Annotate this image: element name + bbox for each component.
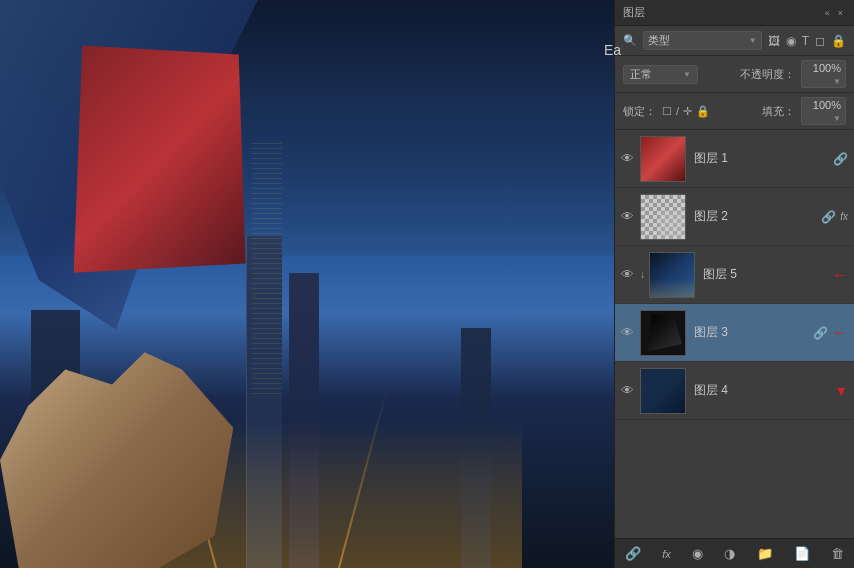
canvas-area[interactable] <box>0 0 614 568</box>
filter-icons: 🖼 ◉ T ◻ 🔒 <box>768 34 846 48</box>
layer-clip-icon: ↓ <box>640 269 645 280</box>
layer-link-icon[interactable]: 🔗 <box>813 326 828 340</box>
layer-fx-badge: fx <box>840 211 848 222</box>
layer-badges: ▼ <box>834 383 848 399</box>
add-mask-button[interactable]: ◉ <box>690 544 705 563</box>
thumb-content <box>644 314 682 352</box>
collapse-button[interactable]: « <box>822 7 833 19</box>
layer-badges: 🔗 fx <box>821 210 848 224</box>
layer-item[interactable]: 👁 图层 2 🔗 fx <box>615 188 854 246</box>
panel-titlebar: 图层 « × <box>615 0 854 26</box>
text-filter-icon[interactable]: T <box>802 34 809 48</box>
layer-thumbnail <box>640 194 686 240</box>
ea-label: Ea <box>604 42 621 58</box>
layer-item-active[interactable]: 👁 图层 3 🔗 ← <box>615 304 854 362</box>
delete-layer-button[interactable]: 🗑 <box>829 544 846 563</box>
blend-mode-label: 正常 <box>630 67 652 82</box>
opacity-chevron-icon: ▼ <box>833 77 841 86</box>
layer-name: 图层 5 <box>703 266 832 283</box>
layer-badges: 🔗 <box>833 152 848 166</box>
window-lights <box>252 142 283 398</box>
fill-chevron-icon: ▼ <box>833 114 841 123</box>
layer-badges: 🔗 ← <box>813 324 848 342</box>
layer-visibility-icon[interactable]: 👁 <box>621 267 634 282</box>
layer-link-icon[interactable]: 🔗 <box>821 210 836 224</box>
layer-name: 图层 2 <box>694 208 821 225</box>
layer-name: 图层 3 <box>694 324 813 341</box>
layer-visibility-icon[interactable]: 👁 <box>621 209 634 224</box>
filter-type-label: 类型 <box>648 33 670 48</box>
fx-button[interactable]: fx <box>660 546 673 562</box>
panel-title-text: 图层 <box>623 5 645 20</box>
lock-move-icon[interactable]: ✛ <box>683 105 692 118</box>
chevron-down-icon: ▼ <box>749 36 757 45</box>
layer-item[interactable]: 👁 图层 1 🔗 <box>615 130 854 188</box>
lock-label: 锁定： <box>623 104 656 119</box>
search-icon: 🔍 <box>623 34 637 47</box>
layer-thumbnail <box>640 368 686 414</box>
app-container: 图层 « × 🔍 类型 ▼ 🖼 ◉ T ◻ 🔒 正常 <box>0 0 854 568</box>
panel-toolbar: 🔗 fx ◉ ◑ 📁 📄 🗑 <box>615 538 854 568</box>
shape-filter-icon[interactable]: ◻ <box>815 34 825 48</box>
layer-name: 图层 4 <box>694 382 834 399</box>
layers-list: 👁 图层 1 🔗 👁 图层 2 🔗 fx <box>615 130 854 538</box>
lock-icons-group: ☐ / ✛ 🔒 <box>662 105 710 118</box>
group-button[interactable]: 📁 <box>755 544 775 563</box>
layer-arrow-right: ← <box>832 324 848 342</box>
opacity-input[interactable]: 100% ▼ <box>801 60 846 88</box>
layer-arrow-down: ▼ <box>834 383 848 399</box>
layer-link-icon[interactable]: 🔗 <box>833 152 848 166</box>
layers-panel: 图层 « × 🔍 类型 ▼ 🖼 ◉ T ◻ 🔒 正常 <box>614 0 854 568</box>
image-filter-icon[interactable]: 🖼 <box>768 34 780 48</box>
layer-arrow-right: ← <box>832 266 848 284</box>
lock-transparent-icon[interactable]: ☐ <box>662 105 672 118</box>
blend-opacity-row: 正常 ▼ 不透明度： 100% ▼ <box>615 56 854 93</box>
thumb-overlay <box>641 369 685 413</box>
layer-thumbnail <box>640 310 686 356</box>
layer-thumbnail <box>649 252 695 298</box>
opacity-value-text: 100% <box>813 62 841 74</box>
layer-item[interactable]: 👁 图层 4 ▼ <box>615 362 854 420</box>
thumb-lights <box>650 279 694 297</box>
layer-item[interactable]: 👁 ↓ 图层 5 ← <box>615 246 854 304</box>
thumb-inner <box>659 212 685 238</box>
layer-badges: ← <box>832 266 848 284</box>
smart-filter-icon[interactable]: 🔒 <box>831 34 846 48</box>
panel-collapse-controls: « × <box>822 7 846 19</box>
filter-type-dropdown[interactable]: 类型 ▼ <box>643 31 762 50</box>
photo-held <box>74 45 246 272</box>
link-layers-button[interactable]: 🔗 <box>623 544 643 563</box>
filter-row: 🔍 类型 ▼ 🖼 ◉ T ◻ 🔒 <box>615 26 854 56</box>
layer-visibility-icon[interactable]: 👁 <box>621 383 634 398</box>
blend-mode-dropdown[interactable]: 正常 ▼ <box>623 65 698 84</box>
blend-chevron-icon: ▼ <box>683 70 691 79</box>
fill-label: 填充： <box>762 104 795 119</box>
layer-visibility-icon[interactable]: 👁 <box>621 151 634 166</box>
new-layer-button[interactable]: 📄 <box>792 544 812 563</box>
fill-input[interactable]: 100% ▼ <box>801 97 846 125</box>
opacity-label: 不透明度： <box>740 67 795 82</box>
layer-name: 图层 1 <box>694 150 833 167</box>
layer-thumbnail <box>640 136 686 182</box>
lock-fill-row: 锁定： ☐ / ✛ 🔒 填充： 100% ▼ <box>615 93 854 130</box>
close-button[interactable]: × <box>835 7 846 19</box>
lock-paint-icon[interactable]: / <box>676 105 679 117</box>
layer-visibility-icon[interactable]: 👁 <box>621 325 634 340</box>
lock-all-icon[interactable]: 🔒 <box>696 105 710 118</box>
fill-value-text: 100% <box>813 99 841 111</box>
adjustment-button[interactable]: ◑ <box>722 544 737 563</box>
adjustment-filter-icon[interactable]: ◉ <box>786 34 796 48</box>
